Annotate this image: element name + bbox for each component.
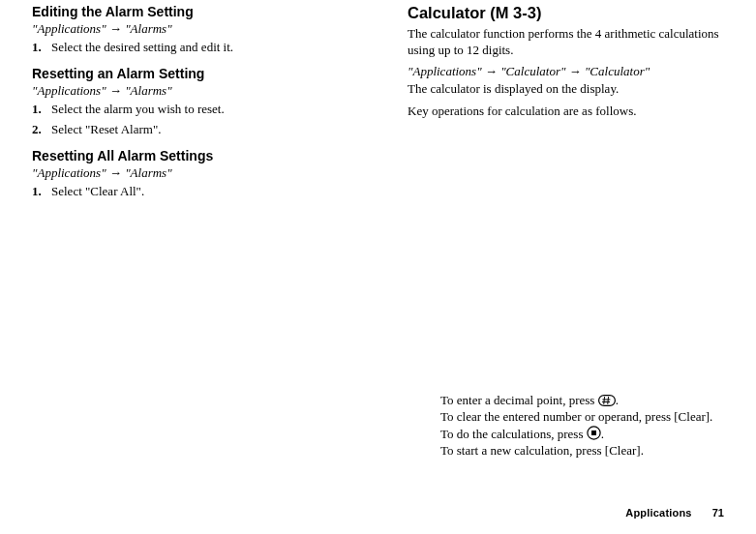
page-footer: Applications 71: [625, 507, 724, 519]
svg-rect-0: [598, 396, 615, 406]
svg-line-2: [607, 398, 608, 404]
hash-key-icon: [598, 395, 616, 406]
nav-part: "Calculator": [585, 64, 650, 78]
instr-decimal-text-b: .: [616, 393, 619, 407]
instr-do-calc: To do the calculations, press .: [440, 426, 731, 443]
instr-clear-operand: To clear the entered number or operand, …: [440, 409, 731, 426]
page: Editing the Alarm Setting "Applications"…: [0, 0, 756, 534]
steps-reset-all-alarms: 1. Select "Clear All".: [32, 183, 366, 200]
footer-page-number: 71: [712, 507, 724, 519]
step-number: 1.: [32, 183, 51, 200]
nav-part: "Alarms": [125, 21, 171, 36]
footer-section-label: Applications: [625, 507, 691, 519]
list-item: 1. Select the alarm you wish to reset.: [32, 101, 366, 118]
section-reset-alarm: Resetting an Alarm Setting "Applications…: [32, 66, 366, 138]
instr-do-calc-text-a: To do the calculations, press: [440, 427, 587, 441]
instr-decimal-text-a: To enter a decimal point, press: [440, 393, 598, 407]
nav-part: "Alarms": [125, 83, 171, 98]
nav-calculator: "Applications" → "Calculator" → "Calcula…: [408, 64, 741, 79]
heading-reset-alarm: Resetting an Alarm Setting: [32, 66, 366, 81]
section-edit-alarm: Editing the Alarm Setting "Applications"…: [32, 4, 366, 56]
nav-part: "Applications": [32, 21, 106, 36]
steps-edit-alarm: 1. Select the desired setting and edit i…: [32, 39, 366, 56]
heading-edit-alarm: Editing the Alarm Setting: [32, 4, 366, 19]
nav-part: "Applications": [32, 83, 106, 98]
center-key-icon: [587, 426, 601, 440]
arrow-icon: →: [109, 83, 122, 98]
instr-do-calc-text-b: .: [601, 427, 604, 441]
left-column: Editing the Alarm Setting "Applications"…: [32, 4, 366, 209]
svg-rect-6: [591, 430, 596, 435]
nav-part: "Alarms": [125, 165, 171, 180]
step-text: Select "Clear All".: [51, 183, 144, 200]
heading-calculator-code: (M 3-3): [490, 4, 541, 21]
instr-decimal: To enter a decimal point, press .: [440, 393, 731, 409]
section-reset-all-alarms: Resetting All Alarm Settings "Applicatio…: [32, 148, 366, 200]
step-number: 2.: [32, 121, 51, 138]
nav-reset-all-alarms: "Applications" → "Alarms": [32, 165, 366, 181]
nav-part: "Applications": [32, 165, 106, 180]
step-text: Select the desired setting and edit it.: [51, 39, 233, 56]
right-column: Calculator (M 3-3) The calculator functi…: [408, 4, 741, 126]
instr-new-calc: To start a new calculation, press [Clear…: [440, 443, 731, 460]
calculator-keyops-intro: Key operations for calculation are as fo…: [408, 104, 741, 120]
heading-calculator-text: Calculator: [408, 4, 486, 21]
step-text: Select "Reset Alarm".: [51, 121, 162, 138]
nav-reset-alarm: "Applications" → "Alarms": [32, 83, 366, 99]
nav-part: "Applications": [408, 64, 482, 78]
step-text: Select the alarm you wish to reset.: [51, 101, 225, 118]
heading-calculator: Calculator (M 3-3): [408, 4, 741, 22]
calculator-intro: The calculator function performs the 4 a…: [408, 26, 741, 58]
svg-line-1: [603, 398, 604, 404]
calculator-display-note: The calculator is displayed on the displ…: [408, 81, 741, 98]
step-number: 1.: [32, 101, 51, 118]
arrow-icon: →: [109, 21, 122, 36]
steps-reset-alarm: 1. Select the alarm you wish to reset. 2…: [32, 101, 366, 138]
arrow-icon: →: [109, 165, 122, 180]
arrow-icon: →: [569, 64, 582, 78]
arrow-icon: →: [485, 64, 498, 78]
heading-reset-all-alarms: Resetting All Alarm Settings: [32, 148, 366, 163]
list-item: 1. Select the desired setting and edit i…: [32, 39, 366, 56]
list-item: 1. Select "Clear All".: [32, 183, 366, 200]
list-item: 2. Select "Reset Alarm".: [32, 121, 366, 138]
calculator-key-instructions: To enter a decimal point, press . To cle…: [440, 393, 731, 460]
nav-edit-alarm: "Applications" → "Alarms": [32, 21, 366, 37]
nav-part: "Calculator": [500, 64, 565, 78]
step-number: 1.: [32, 39, 51, 56]
